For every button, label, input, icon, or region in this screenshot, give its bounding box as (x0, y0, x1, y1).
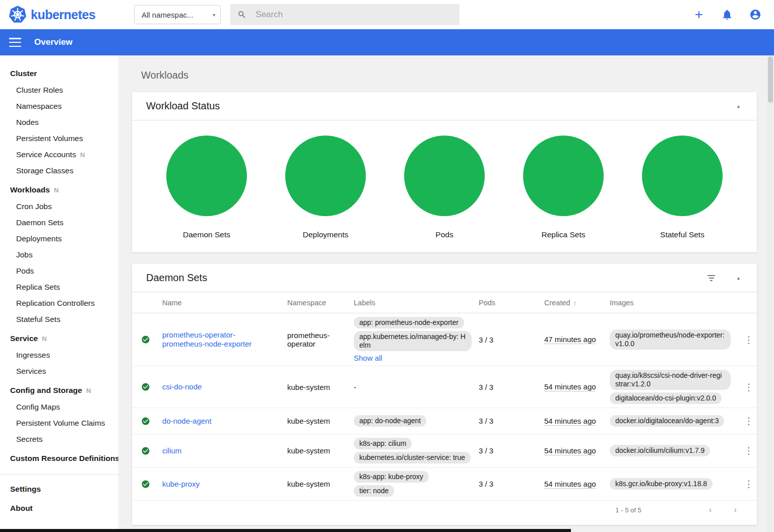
status-cell (132, 382, 162, 391)
row-menu-button[interactable]: ⋮ (744, 335, 754, 345)
sidebar-item-config-maps[interactable]: Config Maps (0, 399, 118, 415)
search-input[interactable] (255, 10, 453, 20)
image-chip: quay.io/k8scsi/csi-node-driver-registrar… (610, 370, 731, 390)
menu-cell: ⋮ (736, 446, 762, 455)
new-feature-badge: N (86, 387, 91, 394)
sidebar-item-nodes[interactable]: Nodes (0, 114, 118, 130)
namespace-select[interactable]: All namespac... ▾ (134, 5, 221, 24)
sidebar-item-label: Nodes (16, 118, 39, 126)
row-menu-button[interactable]: ⋮ (744, 479, 754, 489)
name-cell: prometheus-operator-prometheus-node-expo… (162, 330, 287, 349)
daemon-sets-title: Daemon Sets (146, 272, 705, 284)
sidebar-item-replica-sets[interactable]: Replica Sets (0, 279, 118, 295)
chevron-down-icon: ▾ (213, 12, 215, 18)
status-ok-icon (141, 335, 150, 344)
sidebar-item-replication-controllers[interactable]: Replication Controllers (0, 295, 118, 311)
filter-icon[interactable] (705, 273, 717, 283)
sidebar-item-service-accounts[interactable]: Service AccountsN (0, 147, 118, 163)
sidebar-section-label: Custom Resource Definitions (10, 454, 118, 462)
next-page-button[interactable]: › (734, 505, 737, 515)
daemonset-name-link[interactable]: csi-do-node (162, 382, 202, 391)
search-bar[interactable] (230, 4, 460, 25)
sidebar-item-storage-classes[interactable]: Storage Classes (0, 163, 118, 179)
sidebar-item-config-and-storage[interactable]: Config and StorageN (0, 382, 118, 399)
menu-cell: ⋮ (736, 416, 762, 426)
daemonset-name-link[interactable]: cilium (162, 446, 181, 455)
pods-cell: 3 / 3 (479, 480, 544, 488)
vertical-scrollbar[interactable] (767, 55, 774, 532)
sidebar-item-cron-jobs[interactable]: Cron Jobs (0, 198, 118, 215)
row-menu-button[interactable]: ⋮ (744, 382, 754, 392)
sidebar-item-settings[interactable]: Settings (0, 480, 118, 499)
daemon-sets-card: Daemon Sets ▲ Name Namespace Labels Pods… (132, 264, 757, 525)
sidebar-item-label: Pods (16, 267, 34, 275)
daemonset-name-link[interactable]: kube-proxy (162, 480, 200, 488)
sidebar-item-label: Namespaces (16, 102, 61, 110)
namespace-cell: kube-system (287, 383, 354, 391)
namespace-cell: kube-system (287, 480, 354, 488)
create-resource-button[interactable]: + (692, 8, 705, 21)
previous-page-button[interactable]: ‹ (709, 505, 712, 515)
sidebar-item-label: Persistent Volume Claims (16, 419, 105, 427)
sidebar-item-persistent-volumes[interactable]: Persistent Volumes (0, 130, 118, 147)
notifications-button[interactable] (721, 8, 734, 21)
sidebar-item-cluster[interactable]: Cluster (0, 65, 118, 82)
new-feature-badge: N (42, 335, 46, 343)
sidebar-item-persistent-volume-claims[interactable]: Persistent Volume Claims (0, 415, 118, 431)
sidebar-item-deployments[interactable]: Deployments (0, 231, 118, 247)
relative-time: 54 minutes ago (544, 417, 596, 425)
relative-time: 54 minutes ago (544, 480, 596, 488)
image-chip: quay.io/prometheus/node-exporter:v1.0.0 (610, 329, 731, 350)
sidebar-item-daemon-sets[interactable]: Daemon Sets (0, 215, 118, 231)
workload-status-chart-pods: Pods (385, 136, 504, 239)
new-feature-badge: N (80, 151, 85, 159)
column-header-labels[interactable]: Labels (354, 299, 479, 307)
sidebar-item-workloads[interactable]: WorkloadsN (0, 181, 118, 198)
row-menu-button[interactable]: ⋮ (744, 446, 754, 455)
collapse-card-button[interactable]: ▲ (734, 102, 743, 111)
sidebar-item-service[interactable]: ServiceN (0, 330, 118, 347)
label-chip: app.kubernetes.io/managed-by: Helm (354, 331, 472, 351)
search-icon (237, 10, 246, 20)
collapse-card-button[interactable]: ▲ (734, 274, 743, 283)
daemonset-name-link[interactable]: prometheus-operator-prometheus-node-expo… (162, 330, 252, 348)
menu-toggle-button[interactable] (9, 38, 21, 47)
page-title: Workloads (132, 55, 757, 92)
new-feature-badge: N (54, 186, 58, 194)
account-button[interactable] (749, 8, 762, 21)
row-menu-button[interactable]: ⋮ (744, 416, 754, 426)
sidebar-item-cluster-roles[interactable]: Cluster Roles (0, 82, 118, 98)
created-cell: 47 minutes ago (544, 335, 610, 344)
status-ok-icon (141, 480, 150, 489)
sidebar-item-services[interactable]: Services (0, 363, 118, 379)
column-header-namespace[interactable]: Namespace (287, 299, 354, 307)
images-cell: docker.io/digitalocean/do-agent:3 (610, 415, 736, 427)
column-header-images[interactable]: Images (610, 299, 736, 307)
sidebar-item-label: Cluster Roles (16, 86, 63, 94)
workload-status-chart-daemon-sets: Daemon Sets (147, 136, 266, 239)
sidebar-item-custom-resource-definitions[interactable]: Custom Resource Definitions (0, 450, 118, 467)
status-cell (132, 335, 162, 344)
show-all-labels-link[interactable]: Show all (354, 354, 382, 362)
label-chip: app: prometheus-node-exporter (354, 317, 464, 328)
sidebar-item-namespaces[interactable]: Namespaces (0, 98, 118, 114)
sidebar-item-secrets[interactable]: Secrets (0, 431, 118, 447)
column-header-pods[interactable]: Pods (479, 299, 544, 307)
sidebar-item-ingresses[interactable]: Ingresses (0, 347, 118, 363)
column-header-created[interactable]: Created↑ (544, 299, 610, 307)
sidebar-divider (0, 474, 118, 475)
sidebar-item-pods[interactable]: Pods (0, 263, 118, 279)
daemonset-name-link[interactable]: do-node-agent (162, 417, 212, 425)
table-row: ciliumkube-systemk8s-app: ciliumkubernet… (132, 434, 757, 468)
sidebar-item-about[interactable]: About (0, 499, 118, 518)
image-chip: digitalocean/do-csi-plugin:v2.0.0 (610, 392, 722, 404)
column-header-name[interactable]: Name (162, 299, 287, 307)
table-row: prometheus-operator-prometheus-node-expo… (132, 313, 757, 366)
kubernetes-logo[interactable]: kubernetes (8, 5, 124, 24)
created-cell: 54 minutes ago (544, 382, 610, 391)
pagination: 1 - 5 of 5 ‹ › (132, 501, 757, 525)
sidebar-item-stateful-sets[interactable]: Stateful Sets (0, 311, 118, 327)
sidebar-item-jobs[interactable]: Jobs (0, 247, 118, 263)
status-cell (132, 417, 162, 426)
scrollbar-thumb[interactable] (768, 56, 773, 103)
